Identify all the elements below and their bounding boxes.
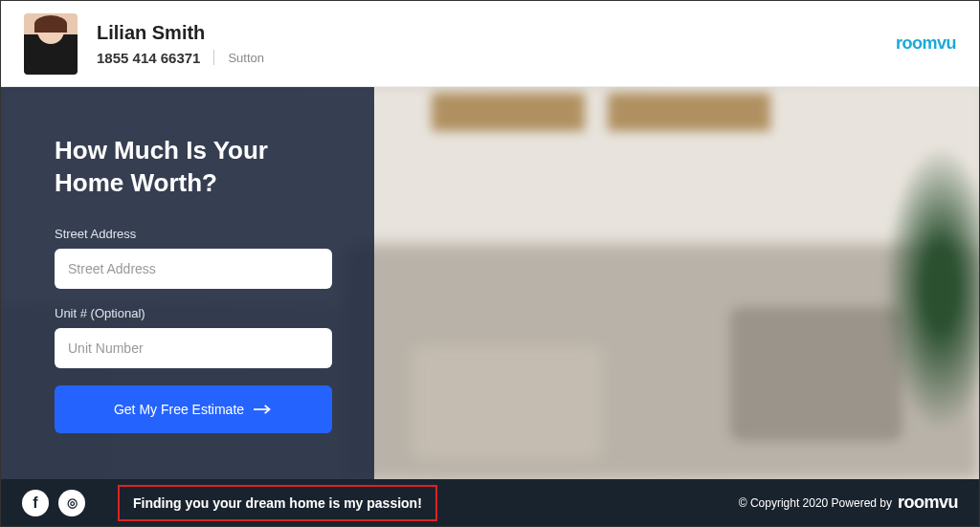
agent-meta: 1855 414 66371 Sutton — [97, 50, 896, 66]
brand-logo-footer: roomvu — [898, 493, 958, 513]
tagline-highlight: Finding you your dream home is my passio… — [118, 485, 437, 521]
agent-info: Lilian Smith 1855 414 66371 Sutton — [97, 22, 896, 66]
hero-title: How Much Is Your Home Worth? — [55, 135, 336, 200]
agent-phone: 1855 414 66371 — [97, 50, 200, 66]
app-window: Lilian Smith 1855 414 66371 Sutton roomv… — [0, 0, 980, 527]
hero-bg — [432, 93, 585, 131]
hero-bg — [883, 144, 979, 431]
header: Lilian Smith 1855 414 66371 Sutton roomv… — [1, 1, 979, 87]
footer: f ◎ Finding you your dream home is my pa… — [1, 479, 979, 526]
hero-bg — [730, 307, 902, 441]
arrow-right-icon — [254, 404, 273, 415]
unit-number-input[interactable] — [55, 328, 332, 368]
unit-number-label: Unit # (Optional) — [55, 306, 336, 320]
footer-right: © Copyright 2020 Powered by roomvu — [739, 493, 958, 513]
street-address-label: Street Address — [55, 227, 336, 241]
tagline: Finding you your dream home is my passio… — [133, 495, 422, 511]
hero: How Much Is Your Home Worth? Street Addr… — [1, 87, 979, 479]
meta-divider — [213, 50, 214, 65]
agent-avatar — [24, 13, 78, 75]
agent-company: Sutton — [228, 51, 264, 65]
street-address-input[interactable] — [55, 249, 332, 289]
submit-label: Get My Free Estimate — [114, 402, 244, 417]
hero-bg — [608, 93, 770, 131]
instagram-icon[interactable]: ◎ — [58, 490, 85, 516]
agent-name: Lilian Smith — [97, 22, 896, 44]
facebook-icon[interactable]: f — [22, 490, 49, 516]
copyright-text: © Copyright 2020 Powered by — [739, 496, 892, 510]
brand-logo: roomvu — [896, 33, 956, 54]
estimate-form: How Much Is Your Home Worth? Street Addr… — [1, 87, 374, 479]
hero-bg — [412, 345, 603, 460]
get-estimate-button[interactable]: Get My Free Estimate — [55, 385, 332, 433]
